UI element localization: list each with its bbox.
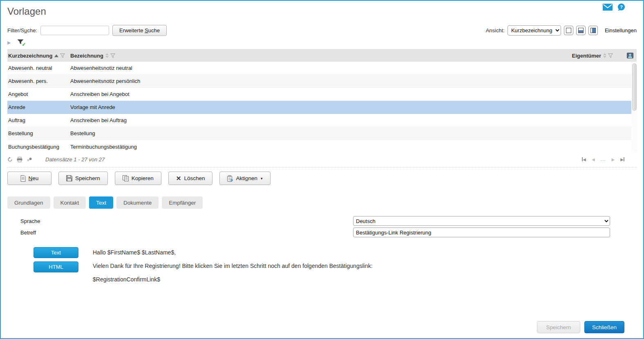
column-header-kurzbezeichnung[interactable]: Kurzbezeichnung <box>7 53 70 59</box>
bottom-speichern-button[interactable]: Speichern <box>537 321 580 333</box>
table-header: Kurzbezeichnung Bezeichnung Eigentümer <box>7 49 637 62</box>
tab-grundlagen[interactable]: Grundlagen <box>7 196 50 209</box>
betreff-label: Betreff <box>7 230 353 236</box>
speichern-button[interactable]: Speichern <box>58 172 108 185</box>
editor-area: Text HTML Hallo $FirstName$ $LastName$, … <box>7 247 637 289</box>
table-footer: Datensätze 1 - 27 von 27 ◀ ◀ ... ▶ ▶ <box>7 154 637 165</box>
pager-first-icon[interactable]: ◀ <box>582 157 586 162</box>
sort-both-icon <box>603 53 606 58</box>
delete-x-icon: ✕ <box>176 175 181 182</box>
aktionen-button[interactable]: Aktionen ▾ <box>219 172 270 185</box>
view-toggle-split-icon[interactable] <box>576 26 586 35</box>
column-header-eigentuemer[interactable]: Eigentümer <box>552 53 613 59</box>
text-mode-button[interactable]: Text <box>34 247 78 258</box>
top-icons: ? <box>603 3 625 11</box>
filter-search-input[interactable] <box>40 26 109 35</box>
records-count: Datensätze 1 - 27 von 27 <box>45 156 105 163</box>
pager-prev-icon[interactable]: ◀ <box>592 157 595 162</box>
text-tab-form: Sprache Deutsch Betreff <box>7 215 637 238</box>
link-records-icon[interactable] <box>27 157 32 162</box>
svg-text:?: ? <box>620 4 623 9</box>
refresh-icon[interactable] <box>7 157 13 162</box>
table-row[interactable]: Angebot Anschreiben bei Angebot <box>7 88 637 101</box>
kopieren-button[interactable]: Kopieren <box>115 172 161 185</box>
mail-body-text[interactable]: Hallo $FirstName$ $LastName$, Vielen Dan… <box>93 247 373 289</box>
pager: ◀ ◀ ... ▶ ▶ <box>582 156 624 162</box>
sort-asc-icon <box>54 54 58 57</box>
table-row[interactable]: Abwesenh. neutral Abwesenheitsnotiz neut… <box>7 62 637 75</box>
pager-pages[interactable]: ... <box>601 156 606 162</box>
advanced-search-button[interactable]: Erweiterte Suche <box>112 25 167 36</box>
topbar: Vorlagen ? <box>7 1 637 21</box>
table-row[interactable]: Auftrag Anschreiben bei Auftrag <box>7 114 637 127</box>
column-header-bezeichnung[interactable]: Bezeichnung <box>70 53 552 59</box>
actions-clipboard-icon <box>227 175 233 182</box>
neu-button[interactable]: Neu <box>7 172 51 185</box>
html-mode-button[interactable]: HTML <box>34 261 78 272</box>
save-icon <box>66 175 72 181</box>
table-scrollbar[interactable] <box>631 62 637 153</box>
table-body: Abwesenh. neutral Abwesenheitsnotiz neut… <box>7 62 637 153</box>
table-row-selected[interactable]: Anrede Vorlage mit Anrede <box>7 101 637 114</box>
vorlagen-window: Vorlagen ? Filter/Suche: Erweiterte Such… <box>0 0 644 339</box>
filter-active-icon[interactable]: ✓ <box>17 39 25 46</box>
filter-funnel-icon <box>60 54 65 58</box>
table-row[interactable]: Buchungsbestätigung Terminbuchungsbestät… <box>7 140 637 153</box>
tab-empfaenger[interactable]: Empfänger <box>162 196 203 209</box>
tab-text[interactable]: Text <box>89 196 113 209</box>
copy-icon <box>123 175 129 181</box>
sprache-select[interactable]: Deutsch <box>353 216 610 226</box>
expand-arrow-icon[interactable]: ▶ <box>7 40 11 45</box>
pager-last-icon[interactable]: ▶ <box>620 157 624 162</box>
bottom-buttons: Speichern Schließen <box>537 321 624 333</box>
filter-row: Filter/Suche: Erweiterte Suche Ansicht: … <box>7 24 637 37</box>
view-toggle-list-icon[interactable] <box>564 26 573 35</box>
view-select[interactable]: Kurzbezeichnung <box>508 25 561 36</box>
filter-funnel-icon <box>608 54 613 58</box>
new-document-icon <box>20 175 26 182</box>
pager-next-icon[interactable]: ▶ <box>612 157 615 162</box>
sort-both-icon <box>105 53 109 58</box>
view-group: Ansicht: Kurzbezeichnung Einstellungen <box>486 25 637 36</box>
view-toggle-detail-icon[interactable] <box>588 26 598 35</box>
scrollbar-thumb[interactable] <box>632 63 637 111</box>
separator <box>7 167 637 167</box>
loeschen-button[interactable]: ✕ Löschen <box>168 172 213 185</box>
tab-dokumente[interactable]: Dokumente <box>116 196 159 209</box>
view-label: Ansicht: <box>486 27 505 33</box>
print-icon[interactable] <box>17 157 22 162</box>
help-icon[interactable]: ? <box>617 3 625 11</box>
dropdown-caret-icon: ▾ <box>261 176 263 181</box>
page-title: Vorlagen <box>7 1 637 17</box>
filter-funnel-icon <box>110 54 115 58</box>
filter-label: Filter/Suche: <box>7 27 37 33</box>
mail-icon[interactable] <box>603 4 613 11</box>
table-row[interactable]: Abwesenh. pers. Abwesenheitsnotiz persön… <box>7 75 637 88</box>
owner-person-icon[interactable] <box>627 53 633 58</box>
betreff-input[interactable] <box>353 227 610 237</box>
detail-tabs: Grundlagen Kontakt Text Dokumente Empfän… <box>7 196 637 209</box>
settings-link[interactable]: Einstellungen <box>605 27 637 33</box>
expander-row: ▶ ✓ <box>7 38 637 47</box>
templates-table: Kurzbezeichnung Bezeichnung Eigentümer A… <box>7 49 637 153</box>
action-bar: Neu Speichern Kopieren ✕ Löschen Aktione… <box>7 172 637 185</box>
schliessen-button[interactable]: Schließen <box>584 321 624 333</box>
table-row[interactable]: Bestellung Bestellung <box>7 127 637 140</box>
sprache-label: Sprache <box>7 218 353 224</box>
tab-kontakt[interactable]: Kontakt <box>54 196 86 209</box>
